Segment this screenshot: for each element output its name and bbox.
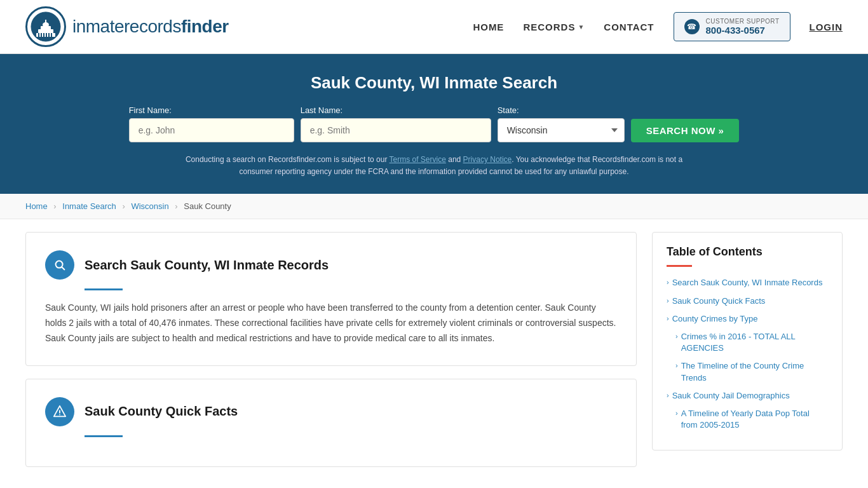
toc-item-6: › Sauk County Jail Demographics (667, 390, 828, 402)
chevron-right-icon: › (667, 278, 669, 287)
breadcrumb-wisconsin[interactable]: Wisconsin (131, 201, 168, 211)
inmate-records-title: Search Sauk County, WI Inmate Records (85, 258, 329, 273)
first-name-input[interactable] (129, 118, 294, 142)
left-column: Search Sauk County, WI Inmate Records Sa… (25, 232, 652, 479)
state-group: State: Wisconsin Alabama Alaska Arizona (498, 105, 625, 142)
search-now-button[interactable]: SEARCH NOW » (631, 119, 740, 142)
search-circle-icon (45, 250, 74, 280)
support-label: CUSTOMER SUPPORT (706, 18, 780, 25)
logo-area: inmaterecordsfinder (25, 6, 229, 47)
breadcrumb-inmate-search[interactable]: Inmate Search (62, 201, 116, 211)
chevron-right-icon: › (667, 296, 669, 306)
chevron-right-icon: › (675, 332, 678, 341)
nav-records[interactable]: RECORDS ▼ (523, 22, 585, 32)
privacy-link[interactable]: Privacy Notice (463, 155, 512, 164)
inmate-records-body: Sauk County, WI jails hold prisoners aft… (45, 301, 617, 346)
toc-item-7: › A Timeline of Yearly Data Pop Total fr… (667, 408, 828, 431)
toc-link-2[interactable]: › Sauk County Quick Facts (667, 295, 828, 307)
toc-item-2: › Sauk County Quick Facts (667, 295, 828, 307)
last-name-input[interactable] (301, 118, 491, 142)
toc-item-3: › County Crimes by Type (667, 313, 828, 325)
svg-rect-8 (43, 33, 44, 37)
alert-circle-icon (45, 397, 74, 426)
site-header: inmaterecordsfinder HOME RECORDS ▼ CONTA… (0, 0, 868, 54)
section-divider-2 (85, 435, 123, 437)
breadcrumb-sauk-county: Sauk County (184, 201, 231, 211)
breadcrumb-sep-3: › (175, 201, 177, 211)
toc-item-5: › The Timeline of the County Crime Trend… (667, 360, 828, 383)
breadcrumb: Home › Inmate Search › Wisconsin › Sauk … (0, 194, 868, 219)
logo-icon (25, 6, 66, 47)
quick-facts-section: Sauk County Quick Facts (25, 379, 637, 467)
hero-title: Sauk County, WI Inmate Search (25, 73, 843, 93)
support-number: 800-433-0567 (706, 25, 780, 36)
svg-rect-11 (51, 33, 52, 37)
inmate-records-header: Search Sauk County, WI Inmate Records (45, 250, 617, 280)
toc-link-5[interactable]: › The Timeline of the County Crime Trend… (667, 360, 828, 383)
nav-contact[interactable]: CONTACT (604, 22, 654, 32)
toc-divider (667, 265, 692, 267)
chevron-right-icon: › (667, 314, 669, 323)
nav-login[interactable]: LOGIN (810, 22, 843, 32)
toc-link-4[interactable]: › Crimes % in 2016 - TOTAL ALL AGENCIES (667, 331, 828, 354)
main-nav: HOME RECORDS ▼ CONTACT ☎ CUSTOMER SUPPOR… (473, 12, 843, 41)
toc-link-3[interactable]: › County Crimes by Type (667, 313, 828, 325)
svg-rect-7 (41, 33, 42, 37)
first-name-label: First Name: (129, 105, 172, 115)
section-divider-1 (85, 288, 123, 290)
disclaimer-text: Conducting a search on Recordsfinder.com… (173, 154, 695, 178)
breadcrumb-home[interactable]: Home (25, 201, 48, 211)
search-form: First Name: Last Name: State: Wisconsin … (25, 105, 843, 142)
breadcrumb-sep-1: › (53, 201, 56, 211)
chevron-right-icon: › (675, 361, 678, 370)
svg-rect-10 (48, 33, 50, 37)
toc-title: Table of Contents (667, 245, 828, 259)
first-name-group: First Name: (129, 105, 294, 142)
last-name-group: Last Name: (301, 105, 491, 142)
svg-point-15 (59, 414, 60, 415)
nav-home[interactable]: HOME (473, 22, 504, 32)
hero-section: Sauk County, WI Inmate Search First Name… (0, 54, 868, 194)
headset-icon: ☎ (684, 19, 700, 34)
toc-link-6[interactable]: › Sauk County Jail Demographics (667, 390, 828, 402)
state-label: State: (498, 105, 519, 115)
quick-facts-header: Sauk County Quick Facts (45, 397, 617, 426)
right-sidebar: Table of Contents › Search Sauk County, … (652, 232, 843, 479)
customer-support-box[interactable]: ☎ CUSTOMER SUPPORT 800-433-0567 (674, 12, 790, 41)
logo-text: inmaterecordsfinder (72, 17, 229, 37)
svg-rect-6 (38, 33, 39, 37)
toc-link-1[interactable]: › Search Sauk County, WI Inmate Records (667, 277, 828, 288)
svg-rect-5 (45, 20, 46, 25)
chevron-right-icon: › (667, 391, 669, 400)
breadcrumb-sep-2: › (122, 201, 125, 211)
chevron-down-icon: ▼ (578, 24, 585, 30)
svg-line-13 (62, 268, 64, 270)
toc-item-1: › Search Sauk County, WI Inmate Records (667, 277, 828, 288)
tos-link[interactable]: Terms of Service (390, 155, 446, 164)
toc-item-4: › Crimes % in 2016 - TOTAL ALL AGENCIES (667, 331, 828, 354)
svg-rect-9 (46, 33, 47, 37)
last-name-label: Last Name: (301, 105, 342, 115)
toc-link-7[interactable]: › A Timeline of Yearly Data Pop Total fr… (667, 408, 828, 431)
toc-card: Table of Contents › Search Sauk County, … (652, 232, 843, 451)
inmate-records-section: Search Sauk County, WI Inmate Records Sa… (25, 232, 637, 365)
quick-facts-title: Sauk County Quick Facts (85, 404, 238, 419)
chevron-right-icon: › (675, 409, 678, 418)
main-content: Search Sauk County, WI Inmate Records Sa… (0, 219, 868, 488)
state-select[interactable]: Wisconsin Alabama Alaska Arizona (498, 118, 625, 142)
toc-list: › Search Sauk County, WI Inmate Records … (667, 277, 828, 431)
